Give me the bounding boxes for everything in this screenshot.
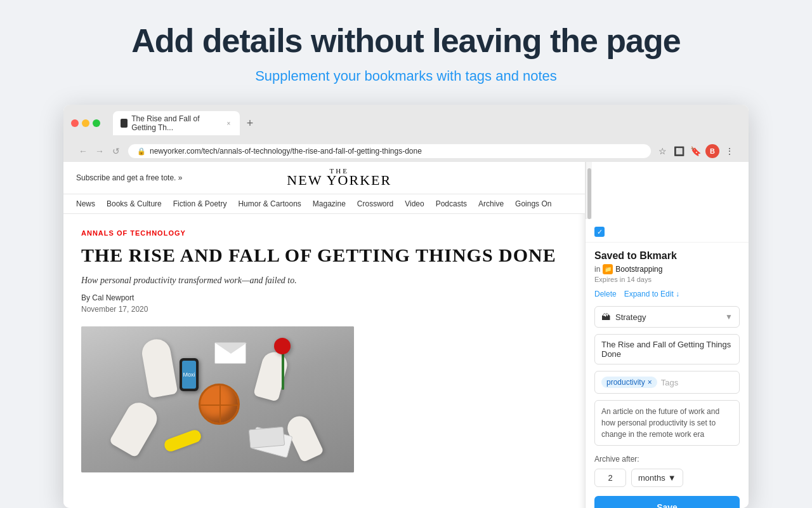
browser-chrome: The Rise and Fall of Getting Th... × + ←…	[63, 105, 749, 162]
tag-remove-button[interactable]: ×	[648, 378, 652, 386]
collection-name: Bootstrapping	[615, 265, 662, 274]
popup-body: Saved to Bkmark in 📁 Bootstrapping Expir…	[586, 243, 749, 508]
new-yorker-logo: THE NEW YORKER	[287, 167, 391, 189]
archive-select-arrow-icon: ▼	[668, 473, 676, 483]
expand-link[interactable]: Expand to Edit ↓	[624, 290, 679, 298]
archive-row: 2 months ▼	[594, 469, 740, 487]
tab-favicon	[121, 119, 128, 128]
traffic-lights	[71, 119, 100, 127]
title-field[interactable]: The Rise and Fall of Getting Things Done	[594, 334, 740, 364]
tab-title: The Rise and Fall of Getting Th...	[131, 114, 221, 132]
tag-badge-productivity: productivity ×	[601, 377, 657, 388]
toolbar-icons: ☆ 🔲 🔖 B ⋮	[656, 144, 736, 158]
address-lock-icon: 🔒	[137, 147, 146, 156]
category-dropdown[interactable]: 🏔 Strategy ▼	[594, 306, 740, 328]
nav-item-video[interactable]: Video	[405, 199, 424, 208]
article-body: ANNALS OF TECHNOLOGY THE RISE AND FALL O…	[63, 214, 585, 488]
article-subtitle: How personal productivity transformed wo…	[81, 276, 567, 286]
nav-item-podcasts[interactable]: Podcasts	[436, 199, 467, 208]
article-date: November 17, 2020	[81, 305, 567, 314]
tags-field[interactable]: productivity × Tags	[594, 371, 740, 394]
article-area: Subscribe and get a free tote. » THE NEW…	[63, 162, 585, 508]
scrollbar-thumb[interactable]	[587, 168, 591, 219]
archive-label: Archive after:	[594, 455, 740, 464]
article-image: Moxi	[81, 326, 354, 472]
popup-checkbox[interactable]: ✓	[594, 227, 605, 237]
popup-scrollbar[interactable]	[586, 162, 592, 219]
archive-unit-value: months	[638, 473, 665, 483]
extension-icon[interactable]: 🔲	[672, 145, 685, 157]
tag-label: productivity	[606, 378, 645, 387]
article-top-bar: Subscribe and get a free tote. » THE NEW…	[63, 162, 585, 194]
tab-close-button[interactable]: ×	[225, 119, 232, 128]
forward-button[interactable]: →	[93, 144, 107, 158]
notes-value: An article on the future of work and how…	[601, 407, 719, 439]
address-field[interactable]: 🔒 newyorker.com/tech/annals-of-technolog…	[128, 144, 651, 158]
nav-item-fiction[interactable]: Fiction & Poetry	[173, 199, 227, 208]
title-field-value: The Rise and Fall of Getting Things Done	[601, 340, 731, 359]
browser-tab-active[interactable]: The Rise and Fall of Getting Th... ×	[113, 111, 240, 135]
back-button[interactable]: ←	[76, 144, 90, 158]
nav-buttons: ← → ↺	[76, 144, 123, 158]
tab-bar: The Rise and Fall of Getting Th... × +	[113, 111, 741, 135]
menu-icon[interactable]: ⋮	[723, 145, 736, 157]
close-button[interactable]	[71, 119, 79, 127]
saved-in-row: in 📁 Bootstrapping	[594, 264, 740, 274]
nav-item-books[interactable]: Books & Culture	[107, 199, 162, 208]
address-bar-row: ← → ↺ 🔒 newyorker.com/tech/annals-of-tec…	[71, 140, 741, 162]
save-button[interactable]: Save	[594, 496, 740, 508]
notes-field[interactable]: An article on the future of work and how…	[594, 400, 740, 446]
nav-item-archive[interactable]: Archive	[478, 199, 504, 208]
bkmark-extension-icon[interactable]: 🔖	[689, 145, 702, 157]
nav-item-news[interactable]: News	[76, 199, 95, 208]
category-value: Strategy	[615, 312, 646, 322]
minimize-button[interactable]	[82, 119, 89, 127]
page-headline: Add details without leaving the page	[131, 23, 680, 59]
nav-item-magazine[interactable]: Magazine	[313, 199, 346, 208]
refresh-button[interactable]: ↺	[109, 144, 123, 158]
saved-title: Saved to Bkmark	[594, 250, 740, 262]
maximize-button[interactable]	[93, 119, 100, 127]
star-icon[interactable]: ☆	[656, 145, 669, 157]
action-row: Delete Expand to Edit ↓	[594, 290, 740, 298]
browser-top-bar: The Rise and Fall of Getting Th... × +	[71, 111, 741, 135]
address-url: newyorker.com/tech/annals-of-technology/…	[150, 147, 422, 156]
logo-name: NEW YORKER	[287, 172, 391, 188]
archive-number-field[interactable]: 2	[594, 469, 626, 487]
archive-unit-select[interactable]: months ▼	[631, 469, 683, 487]
subscribe-text[interactable]: Subscribe and get a free tote. »	[76, 173, 182, 182]
popup-inner: ✓ Saved to Bkmark in 📁 Bootstrapping Exp…	[586, 219, 749, 508]
page-subheadline: Supplement your bookmarks with tags and …	[255, 68, 557, 84]
popup-header: ✓	[586, 219, 749, 243]
article-byline: By Cal Newport	[81, 293, 567, 302]
popup-panel: ✓ Saved to Bkmark in 📁 Bootstrapping Exp…	[585, 162, 749, 508]
browser-window: The Rise and Fall of Getting Th... × + ←…	[63, 105, 749, 508]
page-wrapper: Add details without leaving the page Sup…	[0, 0, 812, 508]
article-title: THE RISE AND FALL OF GETTING THINGS DONE	[81, 244, 567, 267]
category-icon: 🏔	[601, 312, 610, 322]
dropdown-arrow-icon: ▼	[725, 312, 733, 321]
nav-item-goingson[interactable]: Goings On	[515, 199, 551, 208]
user-avatar[interactable]: B	[705, 144, 719, 158]
page-content: Subscribe and get a free tote. » THE NEW…	[63, 162, 749, 508]
tags-placeholder: Tags	[661, 378, 678, 387]
new-tab-button[interactable]: +	[242, 116, 258, 131]
delete-link[interactable]: Delete	[594, 290, 617, 298]
article-category: ANNALS OF TECHNOLOGY	[81, 229, 567, 237]
collection-icon: 📁	[603, 264, 613, 274]
nav-item-crossword[interactable]: Crossword	[357, 199, 393, 208]
nav-item-humor[interactable]: Humor & Cartoons	[238, 199, 301, 208]
saved-in-label: in	[594, 265, 600, 274]
article-nav: News Books & Culture Fiction & Poetry Hu…	[63, 194, 585, 214]
expires-text: Expires in 14 days	[594, 276, 740, 283]
